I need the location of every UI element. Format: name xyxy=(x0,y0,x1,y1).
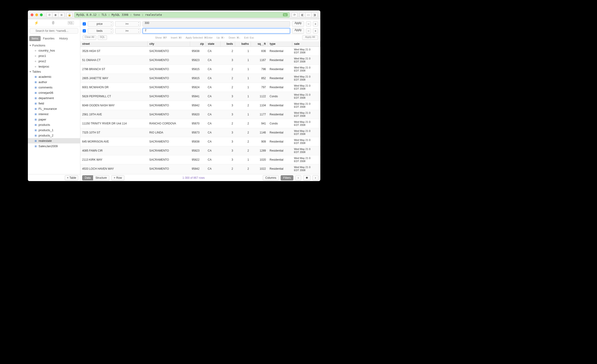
cell[interactable]: 51 OMAHA CT xyxy=(80,55,147,64)
table-row[interactable]: 2561 19TH AVESACRAMENTO95820CA311177Resi… xyxy=(80,110,320,119)
cell[interactable]: 2 xyxy=(235,128,251,137)
filter-checkbox[interactable]: ✓ xyxy=(83,22,86,25)
col-baths[interactable]: baths xyxy=(235,41,251,47)
gear-button[interactable]: ✱ xyxy=(303,175,311,180)
sidebar-item-products_1[interactable]: ▦products_1 xyxy=(28,127,80,133)
cell[interactable]: SACRAMENTO xyxy=(147,137,190,146)
cell[interactable]: 2 xyxy=(235,137,251,146)
sidebar-item-products[interactable]: ▦products xyxy=(28,122,80,127)
cell[interactable]: 95841 xyxy=(190,92,206,101)
cell[interactable]: 95842 xyxy=(190,101,206,110)
cell[interactable]: 645 MORRISON AVE xyxy=(80,137,147,146)
cell[interactable]: Residential xyxy=(268,155,292,164)
cell[interactable]: Condo xyxy=(268,92,292,101)
cell[interactable]: Residential xyxy=(268,64,292,74)
cell[interactable]: Wed May 21 0EDT 2008 xyxy=(292,110,320,119)
sidebar-item-author[interactable]: ▦author xyxy=(28,79,80,85)
cell[interactable]: 95820 xyxy=(190,110,206,119)
cell[interactable]: 95815 xyxy=(190,74,206,83)
sidebar-item-SalesJan2009[interactable]: ▦SalesJan2009 xyxy=(28,143,80,149)
sidebar-item-comments[interactable]: ▦comments xyxy=(28,85,80,90)
filter-value-input[interactable]: 300 xyxy=(142,21,290,27)
cell[interactable]: CA xyxy=(206,83,220,92)
cell[interactable]: Wed May 21 0EDT 2008 xyxy=(292,92,320,101)
table-row[interactable]: 2113 KIRK WAYSACRAMENTO95822CA311020Resi… xyxy=(80,155,320,164)
cell[interactable]: 11150 TRINITY RIVER DR Unit 114 xyxy=(80,119,147,128)
cell[interactable]: 3 xyxy=(220,155,235,164)
cell[interactable]: Wed May 21 0EDT 2008 xyxy=(292,164,320,173)
lock-button[interactable]: 🔒 xyxy=(66,12,72,17)
cell[interactable]: 2 xyxy=(220,74,235,83)
cell[interactable]: 1146 xyxy=(251,128,268,137)
cell[interactable]: 909 xyxy=(251,137,268,146)
cell[interactable]: 2 xyxy=(235,101,251,110)
table-row[interactable]: 51 OMAHA CTSACRAMENTO95823CA311167Reside… xyxy=(80,55,320,64)
table-row[interactable]: 3526 HIGH STSACRAMENTO95838CA21836Reside… xyxy=(80,47,320,55)
cell[interactable]: 95824 xyxy=(190,83,206,92)
cell[interactable]: 1 xyxy=(235,83,251,92)
cell[interactable]: 2 xyxy=(220,64,235,74)
cell[interactable]: 2 xyxy=(235,146,251,155)
cell[interactable]: 6001 MCMAHON DR xyxy=(80,83,147,92)
remove-filter-button[interactable]: − xyxy=(306,28,311,33)
cell[interactable]: SACRAMENTO xyxy=(147,155,190,164)
cell[interactable]: 2 xyxy=(220,164,235,173)
filter-value-input[interactable]: 2 xyxy=(142,28,290,34)
seg-items[interactable]: Items xyxy=(29,36,41,41)
cell[interactable]: 95673 xyxy=(190,128,206,137)
zoom-window[interactable] xyxy=(40,14,43,16)
cell[interactable]: SACRAMENTO xyxy=(147,64,190,74)
cell[interactable]: 1 xyxy=(235,64,251,74)
columns-button[interactable]: Columns xyxy=(263,175,279,180)
cell[interactable]: 2561 19TH AVE xyxy=(80,110,147,119)
tab-structure[interactable]: Structure xyxy=(93,175,109,180)
filter-op-select[interactable]: >= xyxy=(115,21,141,27)
cell[interactable]: CA xyxy=(206,92,220,101)
cell[interactable]: SACRAMENTO xyxy=(147,55,190,64)
tab-data[interactable]: Data xyxy=(82,175,93,180)
cell[interactable]: Wed May 21 0EDT 2008 xyxy=(292,55,320,64)
clear-all-button[interactable]: Clear All xyxy=(83,35,96,40)
cell[interactable]: 1020 xyxy=(251,155,268,164)
cell[interactable]: Wed May 21 0EDT 2008 xyxy=(292,47,320,55)
filter-op-select[interactable]: >= xyxy=(115,28,141,34)
col-sale[interactable]: sale xyxy=(292,41,320,47)
cell[interactable]: 1122 xyxy=(251,92,268,101)
cell[interactable]: SACRAMENTO xyxy=(147,83,190,92)
cell[interactable]: Residential xyxy=(268,137,292,146)
cell[interactable]: 797 xyxy=(251,83,268,92)
cell[interactable]: 95838 xyxy=(190,47,206,55)
database-icon[interactable]: 🛢 xyxy=(51,21,55,25)
cell[interactable]: RANCHO CORDOVA xyxy=(147,119,190,128)
sql-icon[interactable]: SQL xyxy=(68,21,74,25)
cell[interactable]: SACRAMENTO xyxy=(147,164,190,173)
filters-button[interactable]: Filters xyxy=(281,175,293,180)
cell[interactable]: CA xyxy=(206,128,220,137)
cell[interactable]: RIO LINDA xyxy=(147,128,190,137)
cell[interactable]: 1 xyxy=(235,74,251,83)
data-grid[interactable]: streetcityzipstatebedsbathssq__fttypesal… xyxy=(80,41,320,174)
col-street[interactable]: street xyxy=(80,41,147,47)
cell[interactable]: 3 xyxy=(220,128,235,137)
cell[interactable]: SACRAMENTO xyxy=(147,110,190,119)
sidebar-item-interest[interactable]: ▦interest xyxy=(28,111,80,117)
apply-all-button[interactable]: Apply All xyxy=(302,35,318,40)
preview-button[interactable]: ◉ xyxy=(53,12,58,17)
remove-filter-button[interactable]: − xyxy=(306,21,311,26)
table-row[interactable]: 6001 MCMAHON DRSACRAMENTO95824CA21797Res… xyxy=(80,83,320,92)
cell[interactable]: 95842 xyxy=(190,164,206,173)
cell[interactable]: 2 xyxy=(235,164,251,173)
cell[interactable]: 2 xyxy=(220,83,235,92)
cell[interactable]: 2 xyxy=(220,119,235,128)
cell[interactable]: CA xyxy=(206,64,220,74)
sidebar-item-products_2[interactable]: ▦products_2 xyxy=(28,133,80,138)
seg-favorites[interactable]: Favorites xyxy=(41,36,57,41)
filter-column-select[interactable]: price xyxy=(88,21,113,27)
plugin-icon[interactable]: ⚡ xyxy=(34,21,39,25)
sidebar-item-academic[interactable]: ▦academic xyxy=(28,74,80,79)
sidebar-item-paper[interactable]: ▦paper xyxy=(28,117,80,122)
cell[interactable]: 2113 KIRK WAY xyxy=(80,155,147,164)
cell[interactable]: Wed May 21 0EDT 2008 xyxy=(292,74,320,83)
cell[interactable]: 4085 FAWN CIR xyxy=(80,146,147,155)
cell[interactable]: SACRAMENTO xyxy=(147,146,190,155)
